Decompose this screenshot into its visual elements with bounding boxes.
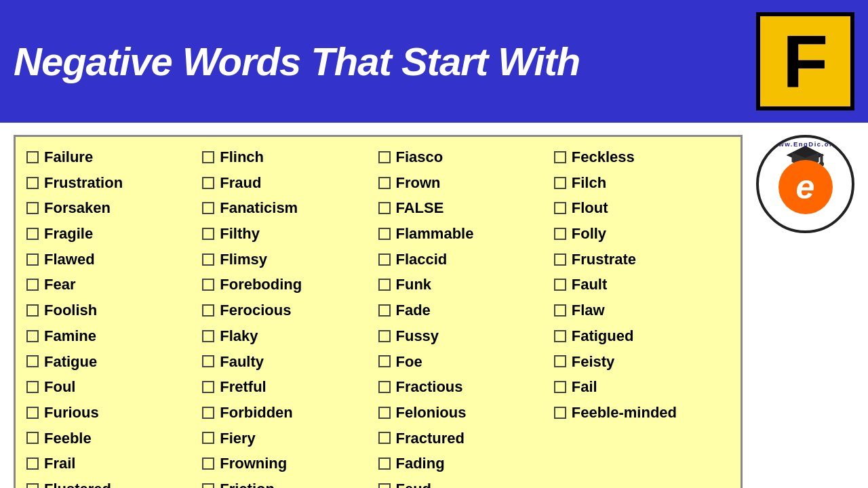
checkbox-icon[interactable] xyxy=(26,228,39,240)
checkbox-icon[interactable] xyxy=(378,330,391,342)
checkbox-icon[interactable] xyxy=(378,407,391,419)
checkbox-icon[interactable] xyxy=(26,253,39,266)
checkbox-icon[interactable] xyxy=(26,177,39,189)
list-item[interactable]: Feisty xyxy=(554,350,730,374)
checkbox-icon[interactable] xyxy=(202,432,214,444)
checkbox-icon[interactable] xyxy=(554,279,566,291)
list-item[interactable]: Fiery xyxy=(202,426,378,451)
list-item[interactable]: Frowning xyxy=(202,451,378,476)
list-item[interactable]: Folly xyxy=(554,222,730,246)
list-item[interactable]: Failure xyxy=(26,145,202,169)
list-item[interactable]: Flout xyxy=(554,196,730,220)
list-item[interactable]: Ferocious xyxy=(202,298,378,323)
checkbox-icon[interactable] xyxy=(378,202,391,214)
checkbox-icon[interactable] xyxy=(378,177,391,189)
checkbox-icon[interactable] xyxy=(26,355,39,367)
checkbox-icon[interactable] xyxy=(26,151,39,163)
checkbox-icon[interactable] xyxy=(202,228,214,240)
checkbox-icon[interactable] xyxy=(202,458,214,470)
checkbox-icon[interactable] xyxy=(378,279,391,291)
list-item[interactable]: Forsaken xyxy=(26,196,202,220)
list-item[interactable]: Fail xyxy=(554,375,730,399)
list-item[interactable]: Feckless xyxy=(554,145,730,169)
list-item[interactable]: Fraud xyxy=(202,171,378,195)
checkbox-icon[interactable] xyxy=(378,458,391,470)
list-item[interactable]: Fragile xyxy=(26,222,202,246)
checkbox-icon[interactable] xyxy=(554,330,566,342)
checkbox-icon[interactable] xyxy=(26,458,39,470)
list-item[interactable]: Flawed xyxy=(26,247,202,272)
checkbox-icon[interactable] xyxy=(378,355,391,367)
checkbox-icon[interactable] xyxy=(26,279,39,291)
checkbox-icon[interactable] xyxy=(202,330,214,342)
checkbox-icon[interactable] xyxy=(26,483,39,488)
list-item[interactable]: Flinch xyxy=(202,145,378,169)
checkbox-icon[interactable] xyxy=(378,151,391,163)
checkbox-icon[interactable] xyxy=(554,177,566,189)
checkbox-icon[interactable] xyxy=(554,228,566,240)
list-item[interactable]: Feeble xyxy=(26,426,202,451)
list-item[interactable]: Faulty xyxy=(202,350,378,374)
checkbox-icon[interactable] xyxy=(202,355,214,367)
checkbox-icon[interactable] xyxy=(202,381,214,393)
checkbox-icon[interactable] xyxy=(26,304,39,317)
list-item[interactable]: Flammable xyxy=(378,222,554,246)
list-item[interactable]: Feud xyxy=(378,477,554,488)
checkbox-icon[interactable] xyxy=(378,381,391,393)
checkbox-icon[interactable] xyxy=(378,432,391,444)
checkbox-icon[interactable] xyxy=(554,202,566,214)
checkbox-icon[interactable] xyxy=(202,253,214,266)
list-item[interactable]: Flimsy xyxy=(202,247,378,272)
list-item[interactable]: Forbidden xyxy=(202,401,378,425)
checkbox-icon[interactable] xyxy=(202,279,214,291)
list-item[interactable]: Fault xyxy=(554,272,730,297)
checkbox-icon[interactable] xyxy=(554,407,566,419)
list-item[interactable]: Fractured xyxy=(378,426,554,451)
list-item[interactable]: Felonious xyxy=(378,401,554,425)
checkbox-icon[interactable] xyxy=(202,304,214,317)
list-item[interactable]: Fear xyxy=(26,272,202,297)
list-item[interactable]: Fiasco xyxy=(378,145,554,169)
checkbox-icon[interactable] xyxy=(378,483,391,488)
checkbox-icon[interactable] xyxy=(378,228,391,240)
list-item[interactable]: Foul xyxy=(26,375,202,399)
checkbox-icon[interactable] xyxy=(26,330,39,342)
checkbox-icon[interactable] xyxy=(202,151,214,163)
list-item[interactable]: Foreboding xyxy=(202,272,378,297)
list-item[interactable]: Fading xyxy=(378,451,554,476)
checkbox-icon[interactable] xyxy=(26,432,39,444)
checkbox-icon[interactable] xyxy=(26,381,39,393)
list-item[interactable]: Feeble-minded xyxy=(554,401,730,425)
list-item[interactable]: Furious xyxy=(26,401,202,425)
checkbox-icon[interactable] xyxy=(202,177,214,189)
list-item[interactable]: Filthy xyxy=(202,222,378,246)
list-item[interactable]: Foolish xyxy=(26,298,202,323)
list-item[interactable]: FALSE xyxy=(378,196,554,220)
list-item[interactable]: Frustrate xyxy=(554,247,730,272)
checkbox-icon[interactable] xyxy=(554,355,566,367)
list-item[interactable]: Fatigued xyxy=(554,324,730,348)
checkbox-icon[interactable] xyxy=(26,407,39,419)
checkbox-icon[interactable] xyxy=(202,202,214,214)
list-item[interactable]: Frail xyxy=(26,451,202,476)
list-item[interactable]: Fanaticism xyxy=(202,196,378,220)
checkbox-icon[interactable] xyxy=(378,253,391,266)
list-item[interactable]: Funk xyxy=(378,272,554,297)
checkbox-icon[interactable] xyxy=(26,202,39,214)
checkbox-icon[interactable] xyxy=(378,304,391,317)
checkbox-icon[interactable] xyxy=(202,483,214,488)
list-item[interactable]: Fatigue xyxy=(26,350,202,374)
list-item[interactable]: Fade xyxy=(378,298,554,323)
list-item[interactable]: Flaw xyxy=(554,298,730,323)
checkbox-icon[interactable] xyxy=(554,253,566,266)
list-item[interactable]: Fretful xyxy=(202,375,378,399)
list-item[interactable]: Friction xyxy=(202,477,378,488)
checkbox-icon[interactable] xyxy=(554,304,566,317)
list-item[interactable]: Frustration xyxy=(26,171,202,195)
list-item[interactable]: Fussy xyxy=(378,324,554,348)
checkbox-icon[interactable] xyxy=(554,151,566,163)
list-item[interactable]: Filch xyxy=(554,171,730,195)
list-item[interactable]: Frown xyxy=(378,171,554,195)
list-item[interactable]: Fractious xyxy=(378,375,554,399)
list-item[interactable]: Flaccid xyxy=(378,247,554,272)
